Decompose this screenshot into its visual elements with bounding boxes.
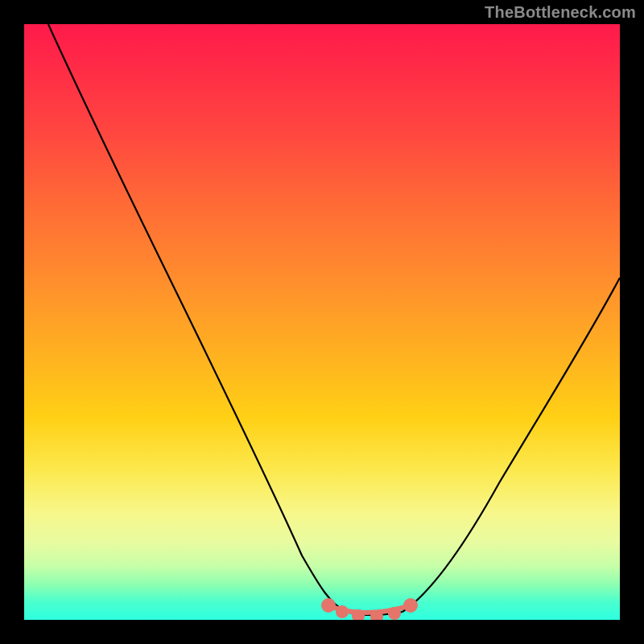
chart-frame: TheBottleneck.com xyxy=(0,0,644,644)
marker-dot xyxy=(406,601,415,610)
plot-area xyxy=(24,24,620,620)
optimal-marker-group xyxy=(324,601,415,620)
bottleneck-curve xyxy=(24,24,620,620)
marker-dot xyxy=(354,612,362,620)
watermark-text: TheBottleneck.com xyxy=(485,3,636,22)
curve-left xyxy=(48,24,346,612)
marker-dot xyxy=(373,613,381,620)
curve-right xyxy=(402,278,620,612)
marker-dot xyxy=(390,609,398,617)
marker-dot xyxy=(324,601,333,610)
marker-dot xyxy=(338,608,346,616)
